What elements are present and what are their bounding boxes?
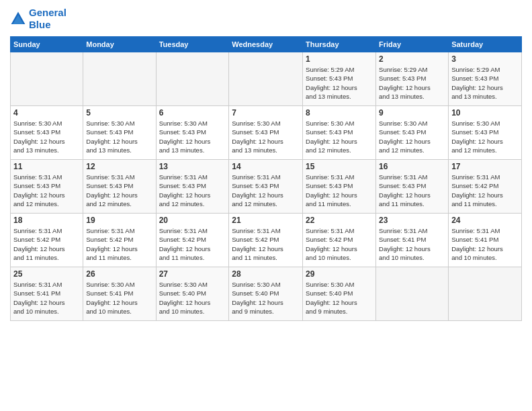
day-info: Sunrise: 5:31 AMSunset: 5:42 PMDaylight:… bbox=[451, 173, 519, 208]
day-info: Sunrise: 5:31 AMSunset: 5:43 PMDaylight:… bbox=[306, 173, 373, 208]
calendar-cell: 23Sunrise: 5:31 AMSunset: 5:41 PMDayligh… bbox=[376, 214, 449, 267]
calendar-cell: 4Sunrise: 5:30 AMSunset: 5:43 PMDaylight… bbox=[11, 106, 83, 160]
day-info: Sunrise: 5:31 AMSunset: 5:41 PMDaylight:… bbox=[379, 226, 445, 262]
calendar-cell bbox=[376, 267, 449, 321]
calendar-cell bbox=[229, 52, 303, 106]
day-number: 13 bbox=[159, 162, 226, 171]
calendar-cell: 13Sunrise: 5:31 AMSunset: 5:43 PMDayligh… bbox=[156, 160, 229, 214]
calendar-cell: 14Sunrise: 5:31 AMSunset: 5:43 PMDayligh… bbox=[229, 160, 303, 214]
day-info: Sunrise: 5:31 AMSunset: 5:42 PMDaylight:… bbox=[306, 226, 373, 262]
day-number: 18 bbox=[13, 216, 80, 225]
day-number: 29 bbox=[306, 269, 373, 279]
day-number: 26 bbox=[86, 269, 152, 279]
day-number: 4 bbox=[13, 108, 80, 118]
day-info: Sunrise: 5:30 AMSunset: 5:41 PMDaylight:… bbox=[86, 280, 152, 316]
day-number: 17 bbox=[451, 162, 519, 171]
day-info: Sunrise: 5:30 AMSunset: 5:43 PMDaylight:… bbox=[232, 119, 300, 154]
day-number: 3 bbox=[451, 54, 519, 64]
calendar-header-monday: Monday bbox=[83, 37, 156, 52]
day-info: Sunrise: 5:31 AMSunset: 5:43 PMDaylight:… bbox=[159, 173, 226, 208]
day-number: 7 bbox=[232, 108, 300, 118]
calendar-week-4: 18Sunrise: 5:31 AMSunset: 5:42 PMDayligh… bbox=[11, 214, 522, 267]
day-number: 27 bbox=[159, 269, 226, 279]
calendar-week-1: 1Sunrise: 5:29 AMSunset: 5:43 PMDaylight… bbox=[11, 52, 522, 106]
calendar-header-saturday: Saturday bbox=[449, 37, 522, 52]
calendar-week-2: 4Sunrise: 5:30 AMSunset: 5:43 PMDaylight… bbox=[11, 106, 522, 160]
day-number: 10 bbox=[451, 108, 519, 118]
calendar-cell: 9Sunrise: 5:30 AMSunset: 5:43 PMDaylight… bbox=[376, 106, 449, 160]
calendar-header-wednesday: Wednesday bbox=[229, 37, 303, 52]
page-container: General Blue SundayMondayTuesdayWednesda… bbox=[0, 0, 532, 328]
day-info: Sunrise: 5:31 AMSunset: 5:43 PMDaylight:… bbox=[379, 173, 445, 208]
calendar-cell: 21Sunrise: 5:31 AMSunset: 5:42 PMDayligh… bbox=[229, 214, 303, 267]
calendar-cell: 12Sunrise: 5:31 AMSunset: 5:43 PMDayligh… bbox=[83, 160, 156, 214]
calendar-cell bbox=[83, 52, 156, 106]
calendar-cell: 6Sunrise: 5:30 AMSunset: 5:43 PMDaylight… bbox=[156, 106, 229, 160]
calendar-cell: 17Sunrise: 5:31 AMSunset: 5:42 PMDayligh… bbox=[449, 160, 522, 214]
logo-text: General Blue bbox=[29, 7, 66, 31]
day-number: 14 bbox=[232, 162, 300, 171]
day-number: 19 bbox=[86, 216, 152, 225]
day-number: 12 bbox=[86, 162, 152, 171]
day-number: 5 bbox=[86, 108, 152, 118]
day-info: Sunrise: 5:31 AMSunset: 5:42 PMDaylight:… bbox=[159, 226, 226, 262]
day-info: Sunrise: 5:31 AMSunset: 5:43 PMDaylight:… bbox=[13, 173, 80, 208]
day-number: 25 bbox=[13, 269, 80, 279]
day-info: Sunrise: 5:30 AMSunset: 5:43 PMDaylight:… bbox=[86, 119, 152, 154]
calendar-cell: 10Sunrise: 5:30 AMSunset: 5:43 PMDayligh… bbox=[449, 106, 522, 160]
day-info: Sunrise: 5:31 AMSunset: 5:41 PMDaylight:… bbox=[451, 226, 519, 262]
day-info: Sunrise: 5:29 AMSunset: 5:43 PMDaylight:… bbox=[451, 65, 519, 101]
day-info: Sunrise: 5:30 AMSunset: 5:43 PMDaylight:… bbox=[13, 119, 80, 154]
day-info: Sunrise: 5:31 AMSunset: 5:42 PMDaylight:… bbox=[86, 226, 152, 262]
calendar-cell: 7Sunrise: 5:30 AMSunset: 5:43 PMDaylight… bbox=[229, 106, 303, 160]
calendar-cell: 5Sunrise: 5:30 AMSunset: 5:43 PMDaylight… bbox=[83, 106, 156, 160]
calendar-header-thursday: Thursday bbox=[303, 37, 376, 52]
calendar-cell: 28Sunrise: 5:30 AMSunset: 5:40 PMDayligh… bbox=[229, 267, 303, 321]
calendar-week-5: 25Sunrise: 5:31 AMSunset: 5:41 PMDayligh… bbox=[11, 267, 522, 321]
day-info: Sunrise: 5:31 AMSunset: 5:42 PMDaylight:… bbox=[232, 226, 300, 262]
calendar-cell: 16Sunrise: 5:31 AMSunset: 5:43 PMDayligh… bbox=[376, 160, 449, 214]
day-info: Sunrise: 5:31 AMSunset: 5:42 PMDaylight:… bbox=[13, 226, 80, 262]
day-info: Sunrise: 5:30 AMSunset: 5:43 PMDaylight:… bbox=[451, 119, 519, 154]
day-info: Sunrise: 5:30 AMSunset: 5:40 PMDaylight:… bbox=[232, 280, 300, 316]
calendar-cell bbox=[11, 52, 83, 106]
day-number: 24 bbox=[451, 216, 519, 225]
day-number: 9 bbox=[379, 108, 445, 118]
day-info: Sunrise: 5:30 AMSunset: 5:43 PMDaylight:… bbox=[159, 119, 226, 154]
day-info: Sunrise: 5:30 AMSunset: 5:40 PMDaylight:… bbox=[306, 280, 373, 316]
calendar-cell: 22Sunrise: 5:31 AMSunset: 5:42 PMDayligh… bbox=[303, 214, 376, 267]
calendar-header-sunday: Sunday bbox=[11, 37, 83, 52]
day-info: Sunrise: 5:31 AMSunset: 5:43 PMDaylight:… bbox=[86, 173, 152, 208]
day-info: Sunrise: 5:30 AMSunset: 5:43 PMDaylight:… bbox=[306, 119, 373, 154]
calendar-header-tuesday: Tuesday bbox=[156, 37, 229, 52]
calendar-table: SundayMondayTuesdayWednesdayThursdayFrid… bbox=[10, 36, 522, 321]
day-info: Sunrise: 5:31 AMSunset: 5:41 PMDaylight:… bbox=[13, 280, 80, 316]
day-number: 21 bbox=[232, 216, 300, 225]
calendar-week-3: 11Sunrise: 5:31 AMSunset: 5:43 PMDayligh… bbox=[11, 160, 522, 214]
header: General Blue bbox=[10, 7, 522, 31]
calendar-cell: 1Sunrise: 5:29 AMSunset: 5:43 PMDaylight… bbox=[303, 52, 376, 106]
calendar-cell: 8Sunrise: 5:30 AMSunset: 5:43 PMDaylight… bbox=[303, 106, 376, 160]
calendar-cell: 19Sunrise: 5:31 AMSunset: 5:42 PMDayligh… bbox=[83, 214, 156, 267]
calendar-cell: 26Sunrise: 5:30 AMSunset: 5:41 PMDayligh… bbox=[83, 267, 156, 321]
day-number: 2 bbox=[379, 54, 445, 64]
calendar-cell bbox=[449, 267, 522, 321]
day-number: 11 bbox=[13, 162, 80, 171]
logo: General Blue bbox=[10, 7, 66, 31]
day-number: 20 bbox=[159, 216, 226, 225]
calendar-cell: 2Sunrise: 5:29 AMSunset: 5:43 PMDaylight… bbox=[376, 52, 449, 106]
calendar-cell: 3Sunrise: 5:29 AMSunset: 5:43 PMDaylight… bbox=[449, 52, 522, 106]
calendar-cell: 27Sunrise: 5:30 AMSunset: 5:40 PMDayligh… bbox=[156, 267, 229, 321]
calendar-cell: 24Sunrise: 5:31 AMSunset: 5:41 PMDayligh… bbox=[449, 214, 522, 267]
calendar-cell: 25Sunrise: 5:31 AMSunset: 5:41 PMDayligh… bbox=[11, 267, 83, 321]
calendar-header-row: SundayMondayTuesdayWednesdayThursdayFrid… bbox=[11, 37, 522, 52]
day-info: Sunrise: 5:30 AMSunset: 5:40 PMDaylight:… bbox=[159, 280, 226, 316]
day-number: 16 bbox=[379, 162, 445, 171]
day-info: Sunrise: 5:29 AMSunset: 5:43 PMDaylight:… bbox=[306, 65, 373, 101]
day-number: 6 bbox=[159, 108, 226, 118]
day-number: 28 bbox=[232, 269, 300, 279]
day-number: 22 bbox=[306, 216, 373, 225]
calendar-cell: 11Sunrise: 5:31 AMSunset: 5:43 PMDayligh… bbox=[11, 160, 83, 214]
calendar-cell: 18Sunrise: 5:31 AMSunset: 5:42 PMDayligh… bbox=[11, 214, 83, 267]
logo-icon bbox=[10, 11, 26, 27]
